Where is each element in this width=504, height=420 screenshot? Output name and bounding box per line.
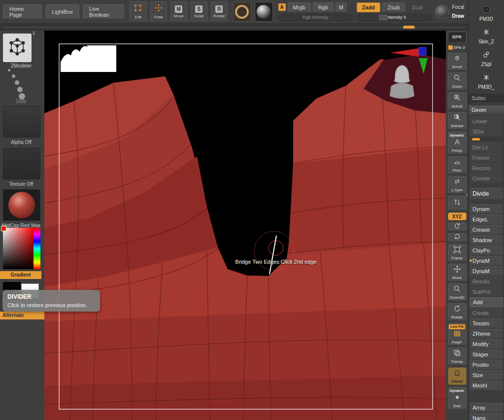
panel-row-stager[interactable]: Stager [470,350,503,359]
brush-selector[interactable] [3,34,32,62]
shelf-bpr-button[interactable]: BPR [448,32,467,42]
subtool-item[interactable]: Skin_Z [469,23,504,45]
hue-strip[interactable] [34,228,40,269]
panel-row-nano[interactable]: Nano [470,413,503,420]
panel-row-freeze[interactable]: Freeze [470,153,503,162]
panel-collapse-arrow-icon[interactable]: › [466,190,468,198]
panel-row-positio[interactable]: Positio [470,360,503,369]
rot-y-icon [453,222,461,231]
rotate-tool-button[interactable]: R Rotate [211,1,228,22]
m-button[interactable]: M [336,2,347,12]
shelf-zoom3d-button[interactable]: Zoom3D [448,283,467,301]
edit-tool-button[interactable]: Edit [130,1,146,22]
panel-row-conver[interactable]: Conver [470,174,503,183]
shelf-persp-button[interactable]: DynamicPersp [448,132,467,154]
shelf-polyf-label: PolyF [452,340,462,345]
shelf-transp-button[interactable]: Transp [448,348,467,365]
shelf-floor-button[interactable]: Floor [448,156,467,174]
geometry-palette-header[interactable]: Geom [469,105,504,114]
subtool-item[interactable]: PM3D_ [469,68,504,91]
panel-row-meshi[interactable]: MeshI [470,381,503,390]
shelf-actual-button[interactable]: Actual [448,92,467,110]
panel-row-shadow[interactable]: Shadow [470,235,503,245]
panel-row-tessim[interactable]: Tessim [470,318,503,328]
panel-row-add[interactable]: Add [470,297,503,307]
panel-row-del-lo[interactable]: Del Lo [470,142,503,152]
shelf-polyf-button[interactable]: Line FillPolyF [448,323,467,346]
shelf-xyz-button[interactable]: XYZ [448,212,467,220]
current-brush-preview[interactable] [233,2,251,22]
sdiv-slider[interactable] [470,138,502,141]
panel-row-recons[interactable]: Recons [470,163,503,173]
texture-selector[interactable] [3,148,40,179]
gizmo-shoulders[interactable] [390,83,414,99]
zcut-button[interactable]: Zcut [407,3,427,12]
panel-row-resolu[interactable]: Resolu [470,277,503,286]
draw-tool-button[interactable]: Draw [150,1,167,22]
shelf-frame-button[interactable]: Frame [448,244,467,262]
scale-tool-button[interactable]: S Scale [191,1,207,22]
zsub-button[interactable]: Zsub [382,2,405,12]
panel-row-crease[interactable]: Crease [470,225,503,234]
panel-row-array[interactable]: Array [470,403,503,412]
panel-row-dynam[interactable]: DynaM [470,256,503,265]
move-tool-button[interactable]: M Move [170,1,187,22]
sdiv-slider-handle[interactable] [472,138,480,140]
spix-handle[interactable] [448,45,453,50]
panel-row-dynam[interactable]: Dynam [470,204,503,213]
shelf-move-button[interactable]: Move [448,264,467,281]
live-boolean-button[interactable]: Live Boolean [83,4,124,19]
panel-row-sdiv[interactable]: SDiv [470,127,503,136]
gizmo-z-axis-cube[interactable] [419,47,426,55]
panel-row-modify[interactable]: Modify [470,339,503,349]
alpha-selector[interactable] [3,106,40,138]
material-selector[interactable] [3,189,40,221]
draw-mode-label[interactable]: Draw [452,13,464,19]
z-intensity-slider[interactable]: Z Intensity 0 [357,14,432,21]
panel-row-divide[interactable]: Divide [470,188,503,199]
zadd-button[interactable]: Zadd [357,2,380,12]
panel-row-claypo[interactable]: ClayPo [470,245,503,255]
mrgb-button[interactable]: Mrgb [288,2,311,12]
shelf-lsym-button[interactable]: L.Sym [448,176,467,194]
shelf-zoom-label: Zoom [452,84,462,89]
panel-row-lower[interactable]: Lower [470,116,503,126]
shelf-scroll-button[interactable]: Scroll [448,53,467,70]
shelf-zoom-button[interactable]: Zoom [448,72,467,90]
gradient-button[interactable]: Gradient [0,271,41,279]
edit-tool-label: Edit [135,15,142,19]
shelf-solo-button[interactable]: DynamicSolo [448,387,467,410]
rgb-intensity-slider[interactable]: Rgb Intensity [278,14,353,21]
rgb-button[interactable]: Rgb [313,2,334,12]
shelf-local-transform-button[interactable] [448,196,467,210]
panel-row-size[interactable]: Size [470,370,503,380]
viewport-canvas[interactable] [44,31,446,420]
shelf-rotate-button[interactable]: Rotate [448,303,467,321]
focal-label[interactable]: Focal [452,4,464,10]
panel-row-create[interactable]: Create [470,308,503,317]
panel-row-zreme[interactable]: ZReme [470,329,503,338]
panel-row-subpro[interactable]: SubPro [470,287,503,296]
subtool-item[interactable]: PM3D [469,0,504,23]
shelf-aahalf-button[interactable]: AAHalf [448,112,467,130]
home-page-button[interactable]: Home Page [3,4,42,19]
shelf-persp-label: Persp [452,148,462,153]
current-material-preview[interactable] [255,2,273,22]
panel-row-dynam[interactable]: DynaM [470,266,503,276]
z-intensity-handle[interactable] [379,15,388,20]
focal-shift-knob-icon[interactable] [435,5,449,19]
shelf-ghost-button[interactable]: Ghost [448,367,467,385]
shelf-rot-y-button[interactable] [448,222,467,231]
color-picker[interactable] [3,228,40,269]
lightbox-button[interactable]: LightBox [45,4,79,19]
panel-row-edgel[interactable]: EdgeL [470,214,503,224]
strip-slider-handle[interactable] [403,26,415,29]
shelf-spix-slider[interactable]: SPix 3 [448,44,467,51]
subtool-item[interactable]: ZSpl [469,45,504,68]
tooltip-title: DIVIDER [7,293,95,300]
viewport[interactable]: Bridge Two Edges:Click 2nd edge [44,31,446,420]
shelf-rot-z-button[interactable] [448,233,467,242]
subtool-palette-header[interactable]: Subto [469,94,504,103]
alternate-button[interactable]: Alternate [0,312,44,319]
saturation-value-square[interactable] [3,228,34,269]
